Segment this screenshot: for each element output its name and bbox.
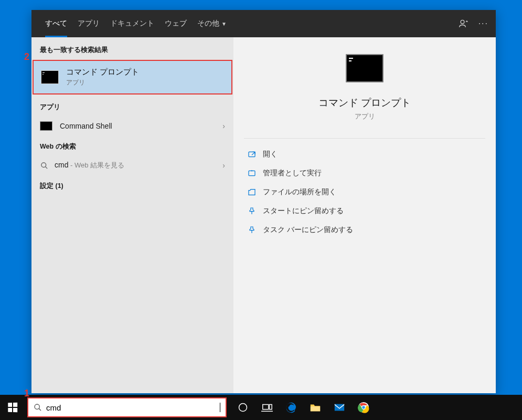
detail-subtitle: アプリ <box>355 112 375 121</box>
section-settings: 設定 (1) <box>31 177 233 195</box>
pin-icon <box>247 206 257 216</box>
svg-rect-10 <box>263 405 269 410</box>
search-icon <box>40 161 48 170</box>
admin-icon <box>247 169 257 178</box>
best-match-title: コマンド プロンプト <box>66 67 139 77</box>
chevron-down-icon: ▼ <box>221 21 227 27</box>
open-icon <box>247 150 257 159</box>
taskbar: 1 <box>0 395 522 420</box>
svg-rect-13 <box>335 404 344 411</box>
web-search-item[interactable]: cmd - Web 結果を見る › <box>31 155 233 175</box>
detail-title: コマンド プロンプト <box>318 96 411 110</box>
tab-apps[interactable]: アプリ <box>72 10 105 37</box>
app-item-command-shell[interactable]: Command Shell › <box>31 116 233 136</box>
web-hint: - Web 結果を見る <box>68 161 124 169</box>
action-run-admin[interactable]: 管理者として実行 <box>242 164 487 183</box>
svg-rect-4 <box>249 171 255 175</box>
text-cursor <box>220 403 220 412</box>
task-view-icon[interactable] <box>255 395 279 420</box>
edge-icon[interactable] <box>279 395 303 420</box>
feedback-icon[interactable] <box>459 18 469 29</box>
tab-more[interactable]: その他▼ <box>192 10 232 37</box>
chevron-right-icon: › <box>222 161 225 170</box>
taskbar-icons <box>231 395 376 420</box>
taskbar-search-box[interactable]: 1 <box>27 397 227 417</box>
chevron-right-icon: › <box>222 122 225 130</box>
search-icon <box>34 403 42 412</box>
mail-icon[interactable] <box>327 395 351 420</box>
tabbar: すべて アプリ ドキュメント ウェブ その他▼ ··· <box>31 10 496 37</box>
explorer-icon[interactable] <box>303 395 327 420</box>
svg-point-0 <box>461 20 464 24</box>
tab-docs[interactable]: ドキュメント <box>105 10 159 37</box>
best-match-subtitle: アプリ <box>66 78 139 87</box>
tab-web[interactable]: ウェブ <box>159 10 192 37</box>
terminal-icon <box>40 121 52 131</box>
windows-logo-icon <box>8 403 17 412</box>
action-pin-taskbar[interactable]: タスク バーにピン留めする <box>242 220 487 239</box>
svg-line-8 <box>39 408 41 411</box>
detail-column: コマンド プロンプト アプリ 開く 管理者として実行 <box>233 37 496 393</box>
cmd-icon <box>41 70 59 84</box>
svg-rect-11 <box>270 405 272 410</box>
svg-point-1 <box>41 162 46 167</box>
more-icon[interactable]: ··· <box>478 19 488 28</box>
panel-body: 最も一致する検索結果 2 コマンド プロンプト アプリ アプリ Command … <box>31 37 496 393</box>
svg-point-7 <box>35 404 39 409</box>
cortana-icon[interactable] <box>231 395 255 420</box>
cmd-large-icon <box>346 54 383 82</box>
pin-icon <box>247 225 257 235</box>
annotation-1: 1 <box>24 388 29 399</box>
action-pin-start[interactable]: スタートにピン留めする <box>242 202 487 220</box>
chrome-icon[interactable] <box>351 395 376 420</box>
action-open-location[interactable]: ファイルの場所を開く <box>242 183 487 202</box>
section-web: Web の検索 <box>31 138 233 155</box>
actions-list: 開く 管理者として実行 ファイルの場所を開く <box>233 143 496 242</box>
search-input[interactable] <box>46 403 221 412</box>
folder-icon <box>247 187 257 197</box>
web-query: cmd <box>55 161 68 169</box>
divider <box>244 138 485 139</box>
section-apps: アプリ <box>31 99 233 116</box>
tab-all[interactable]: すべて <box>40 10 72 37</box>
action-open[interactable]: 開く <box>242 145 487 164</box>
svg-point-9 <box>239 404 247 412</box>
results-column: 最も一致する検索結果 2 コマンド プロンプト アプリ アプリ Command … <box>31 37 233 393</box>
start-button[interactable] <box>0 395 25 420</box>
search-panel: すべて アプリ ドキュメント ウェブ その他▼ ··· 最も一致する検索結果 2… <box>31 10 496 393</box>
section-best-match: 最も一致する検索結果 <box>31 41 233 59</box>
app-item-label: Command Shell <box>60 122 112 130</box>
svg-line-2 <box>45 166 47 169</box>
best-match-item[interactable]: 2 コマンド プロンプト アプリ <box>33 60 232 94</box>
annotation-2: 2 <box>24 51 29 62</box>
